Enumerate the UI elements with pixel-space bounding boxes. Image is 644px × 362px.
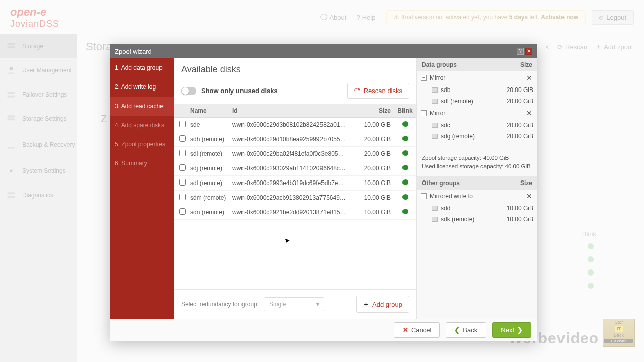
disk-table-header: Name Id Size Blink [174,104,416,118]
group-disk-size: 20.00 GiB [498,122,533,129]
table-row[interactable]: sde wwn-0x6000c29d3b08102b8242582a01… 10… [174,118,416,132]
groups-panel: Data groups Size − Mirror ✕ sdb 20.00 Gi… [417,58,537,319]
table-row[interactable]: sdm (remote) wwn-0x6000c29acb913802913a7… [174,191,416,205]
chevron-right-icon: ❯ [517,326,523,334]
group-disk-size: 10.00 GiB [498,205,533,212]
disk-id: wwn-0x6000c29ba02f481efa0f0c3e805… [232,150,354,157]
disk-icon [432,123,438,128]
table-row[interactable]: sdh (remote) wwn-0x6000c29d10b8ea9259992… [174,132,416,147]
blink-dot[interactable] [403,121,408,127]
disk-checkbox[interactable] [179,135,186,142]
step-add-write-log[interactable]: 2. Add write log [110,77,174,97]
disk-icon [432,99,438,104]
refresh-icon [354,87,361,95]
collapse-icon[interactable]: − [421,75,427,81]
disk-icon [432,87,438,93]
group-disk-row: sdd 10.00 GiB [417,203,537,214]
step-summary[interactable]: 6. Summary [110,154,174,173]
disk-checkbox[interactable] [179,179,186,186]
step-add-data-group[interactable]: 1. Add data group [110,58,174,77]
disk-name: sdm (remote) [190,194,232,201]
group-disk-name: sdd [441,205,498,212]
disk-id: wwn-0x6000c29d3b08102b8242582a01… [232,121,354,128]
group-disk-name: sdc [441,122,498,129]
next-button[interactable]: Next❯ [492,322,531,338]
show-unused-toggle[interactable] [181,87,196,95]
step-add-read-cache[interactable]: 3. Add read cache [110,97,174,116]
group-name: Mirror [430,74,525,81]
plus-icon: ＋ [363,300,369,309]
disk-name: sdh (remote) [190,136,232,143]
disk-size: 10.00 GiB [354,209,394,216]
disk-checkbox[interactable] [179,194,186,200]
disk-name: sdj (remote) [190,165,232,172]
disk-id: wwn-0x6000c293029ab114102096648c… [232,165,354,172]
disk-checkbox[interactable] [179,121,186,127]
group-row: − Mirrored write lo ✕ [417,190,537,203]
disk-icon [432,134,438,139]
group-disk-name: sdg (remote) [441,133,498,140]
group-disk-size: 20.00 GiB [498,133,533,140]
disk-checkbox[interactable] [179,150,186,156]
remove-group-icon[interactable]: ✕ [525,109,533,117]
redundancy-select[interactable]: Single [264,297,324,311]
group-disk-row: sdg (remote) 20.00 GiB [417,131,537,142]
wizard-steps: 1. Add data group 2. Add write log 3. Ad… [110,58,174,319]
group-disk-size: 10.00 GiB [498,216,533,223]
disk-icon [432,217,438,222]
table-row[interactable]: sdj (remote) wwn-0x6000c293029ab11410209… [174,161,416,176]
blink-dot[interactable] [403,179,408,185]
table-row[interactable]: sdl (remote) wwn-0x6000c2993e4b319dc69fe… [174,176,416,191]
disk-size: 10.00 GiB [354,194,394,201]
group-disk-row: sdk (remote) 10.00 GiB [417,214,537,225]
disk-id: wwn-0x6000c29acb913802913a775649… [232,194,354,201]
modal-titlebar: Zpool wizard ? ✕ [110,44,537,58]
blink-dot[interactable] [403,165,408,170]
group-disk-size: 20.00 GiB [498,86,533,94]
chevron-left-icon: ❮ [454,326,460,334]
disk-size: 10.00 GiB [354,121,394,128]
show-unused-label: Show only unused disks [201,87,342,95]
group-disk-row: sdc 20.00 GiB [417,120,537,131]
group-disk-name: sdb [441,86,498,94]
disk-icon [432,206,438,211]
table-row[interactable]: sdi (remote) wwn-0x6000c29ba02f481efa0f0… [174,147,416,161]
table-row[interactable]: sdn (remote) wwn-0x6000c2921be2dd9201387… [174,205,416,220]
disk-name: sdn (remote) [190,209,232,216]
blink-dot[interactable] [403,150,408,156]
add-group-button[interactable]: ＋Add group [356,296,409,313]
remove-group-icon[interactable]: ✕ [525,74,533,82]
group-name: Mirrored write lo [430,193,525,200]
mouse-cursor: ➤ [284,236,291,245]
blink-dot[interactable] [403,209,408,214]
disk-table-body: sde wwn-0x6000c29d3b08102b8242582a01… 10… [174,118,416,289]
group-name: Mirror [430,110,525,117]
disk-name: sdl (remote) [190,179,232,187]
redundancy-label: Select redundancy for group: [181,301,259,308]
help-icon[interactable]: ? [517,48,524,55]
step-zpool-properties[interactable]: 5. Zpool properties [110,135,174,154]
step-add-spare-disks[interactable]: 4. Add spare disks [110,116,174,135]
rescan-disks-button[interactable]: Rescan disks [347,83,409,99]
close-icon[interactable]: ✕ [525,48,532,55]
group-disk-row: sdb 20.00 GiB [417,84,537,96]
disk-size: 10.00 GiB [354,179,394,187]
available-disks-title: Available disks [174,58,416,80]
collapse-icon[interactable]: − [421,193,427,199]
blink-dot[interactable] [403,194,408,200]
disk-id: wwn-0x6000c29d10b8ea9259992b7055… [232,136,354,143]
remove-group-icon[interactable]: ✕ [525,192,533,200]
blink-dot[interactable] [403,136,408,141]
available-disks-panel: Available disks Show only unused disks R… [174,58,417,319]
collapse-icon[interactable]: − [421,110,427,116]
modal-button-row: ✕Cancel ❮Back Next❯ [110,319,537,341]
disk-size: 20.00 GiB [354,165,394,172]
x-icon: ✕ [403,326,408,334]
disk-checkbox[interactable] [179,208,186,215]
group-row: − Mirror ✕ [417,71,537,84]
modal-title: Zpool wizard [115,48,152,55]
cancel-button[interactable]: ✕Cancel [394,322,440,338]
group-disk-row: sdf (remote) 20.00 GiB [417,96,537,107]
back-button[interactable]: ❮Back [446,322,486,338]
disk-checkbox[interactable] [179,164,186,171]
